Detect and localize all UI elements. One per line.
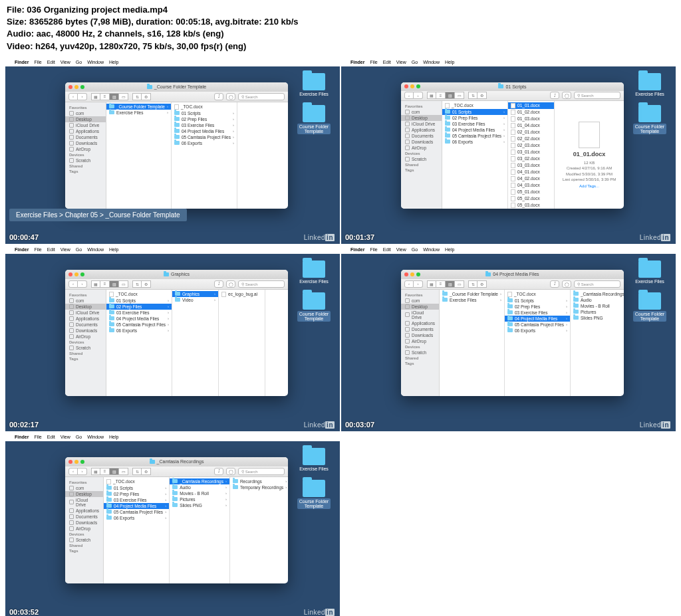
list-item[interactable]: 04 Project Media Files› [505, 316, 570, 322]
sidebar-item[interactable]: Scratch [65, 157, 106, 163]
back-button[interactable]: ‹ [68, 93, 78, 100]
sidebar-item[interactable]: Downloads [65, 140, 106, 146]
list-item[interactable]: 05_02.docx [508, 195, 554, 202]
forward-button[interactable]: › [414, 280, 423, 288]
share-button[interactable]: ⤴ [550, 92, 559, 99]
sidebar-item[interactable]: com [65, 298, 106, 304]
icon-view[interactable]: ▦ [91, 93, 100, 100]
sidebar-item[interactable]: Applications [65, 508, 103, 514]
list-item[interactable]: Movies - B Roll› [571, 303, 624, 309]
tags-button[interactable]: ◯ [226, 468, 235, 475]
view-segmented[interactable]: ▦ ≡ ▥ ▭ [91, 93, 128, 100]
list-item[interactable]: 02 Prep Files› [442, 115, 507, 121]
list-item[interactable]: 05 Camtasia Project Files› [172, 134, 237, 140]
column-view[interactable]: ▥ [110, 93, 119, 100]
list-item[interactable]: 02_03.docx [508, 142, 554, 149]
list-item[interactable]: 02 Prep Files› [172, 116, 237, 122]
back-button[interactable]: ‹ [404, 92, 414, 99]
back-button[interactable]: ‹ [404, 280, 414, 288]
sidebar-item[interactable]: com [65, 110, 106, 116]
app-name[interactable]: Finder [15, 435, 29, 439]
list-item[interactable]: 01_03.docx [508, 116, 554, 122]
tags-button[interactable]: ◯ [226, 93, 235, 100]
list-item[interactable]: 05 Camtasia Project Files› [104, 509, 169, 515]
titlebar[interactable]: 01 Scripts [401, 82, 624, 91]
list-item[interactable]: 01 Scripts› [104, 485, 169, 491]
sidebar-item[interactable]: Desktop [65, 304, 106, 310]
sidebar-item[interactable]: Documents [401, 326, 439, 332]
list-item[interactable]: 04_02.docx [508, 175, 554, 182]
titlebar[interactable]: Graphics [65, 270, 288, 279]
view-segmented[interactable]: ▦ ≡ ▥ ▭ [91, 468, 128, 475]
back-button[interactable]: ‹ [68, 280, 78, 288]
list-item[interactable]: 04 Project Media Files› [104, 503, 169, 509]
action-button[interactable]: ⚙ [477, 92, 487, 99]
sidebar-item[interactable]: Downloads [401, 332, 439, 338]
menu-item[interactable]: Help [445, 60, 454, 64]
sidebar-item[interactable]: AirDrop [401, 145, 442, 151]
list-item[interactable]: Audio› [170, 484, 229, 490]
sidebar-item[interactable]: com [401, 109, 442, 115]
list-item[interactable]: 03 Exercise Files› [106, 310, 172, 316]
list-item[interactable]: 05 Camtasia Project Files› [106, 322, 172, 328]
sidebar-item[interactable]: AirDrop [65, 526, 103, 532]
menu-item[interactable]: View [61, 60, 70, 64]
menu-item[interactable]: Edit [47, 435, 55, 439]
list-item[interactable]: 01 Scripts› [106, 298, 172, 304]
list-item[interactable]: 05 Camtasia Project Files› [505, 322, 570, 328]
menu-item[interactable]: Window [423, 247, 440, 252]
sidebar-item[interactable]: Desktop [65, 116, 106, 122]
menu-item[interactable]: Window [87, 60, 104, 64]
list-item[interactable]: Pictures› [571, 309, 624, 315]
app-name[interactable]: Finder [350, 60, 364, 64]
forward-button[interactable]: › [78, 280, 87, 288]
list-item[interactable]: 03 Exercise Files› [104, 497, 169, 503]
sidebar-item[interactable]: Documents [65, 322, 106, 328]
gallery-view[interactable]: ▭ [119, 280, 128, 288]
list-item[interactable]: _Course Folder Template› [440, 291, 504, 297]
arrange-button[interactable]: ⇅ [468, 280, 477, 288]
sidebar-item[interactable]: Downloads [65, 520, 103, 526]
menu-item[interactable]: Window [87, 435, 104, 439]
list-item[interactable]: 01_02.docx [508, 109, 554, 116]
icon-view[interactable]: ▦ [427, 280, 436, 288]
sidebar-item[interactable]: Desktop [401, 115, 442, 121]
list-item[interactable]: 06 Exports› [106, 328, 172, 334]
sidebar-item[interactable]: iCloud Drive [65, 122, 106, 128]
forward-button[interactable]: › [78, 468, 87, 475]
list-item[interactable]: 03 Exercise Files› [172, 122, 237, 128]
menu-item[interactable]: Go [412, 247, 418, 252]
menu-item[interactable]: Edit [383, 247, 391, 252]
icon-view[interactable]: ▦ [91, 468, 100, 475]
desktop-folder-exercise[interactable]: Exercise Files [633, 260, 666, 284]
list-item[interactable]: _TOC.docx [172, 104, 237, 110]
desktop-folder-exercise[interactable]: Exercise Files [633, 73, 666, 96]
column-view[interactable]: ▥ [446, 92, 455, 99]
arrange-button[interactable]: ⇅ [132, 468, 142, 475]
list-view[interactable]: ≡ [100, 468, 110, 475]
sidebar-item[interactable]: Scratch [401, 156, 442, 162]
sidebar-item[interactable]: iCloud Drive [65, 497, 103, 508]
sidebar-item[interactable]: Applications [65, 316, 106, 322]
menu-item[interactable]: Go [76, 247, 82, 252]
list-item[interactable]: 01 Scripts› [505, 298, 570, 304]
menu-item[interactable]: Help [109, 60, 118, 64]
column-view[interactable]: ▥ [110, 468, 119, 475]
desktop-folder-template[interactable]: Course Folder Template [297, 480, 331, 509]
list-item[interactable]: _TOC.docx [104, 478, 169, 485]
list-item[interactable]: 05 Camtasia Project Files› [442, 133, 507, 139]
action-button[interactable]: ⚙ [142, 468, 151, 475]
menu-item[interactable]: View [61, 247, 70, 252]
desktop-folder-template[interactable]: Course Folder Template [297, 292, 331, 322]
app-name[interactable]: Finder [15, 247, 29, 252]
menu-item[interactable]: Help [445, 247, 454, 252]
list-item[interactable]: 01 Scripts› [172, 110, 237, 116]
sidebar-item[interactable]: Scratch [65, 345, 106, 351]
search-input[interactable]: ⚲ Search [574, 280, 620, 288]
titlebar[interactable]: 04 Project Media Files [401, 270, 624, 279]
app-name[interactable]: Finder [15, 60, 29, 64]
list-item[interactable]: 03_01.docx [508, 149, 554, 155]
menu-item[interactable]: View [61, 435, 70, 439]
menu-item[interactable]: Edit [47, 247, 55, 252]
sidebar-item[interactable]: Applications [401, 320, 439, 326]
